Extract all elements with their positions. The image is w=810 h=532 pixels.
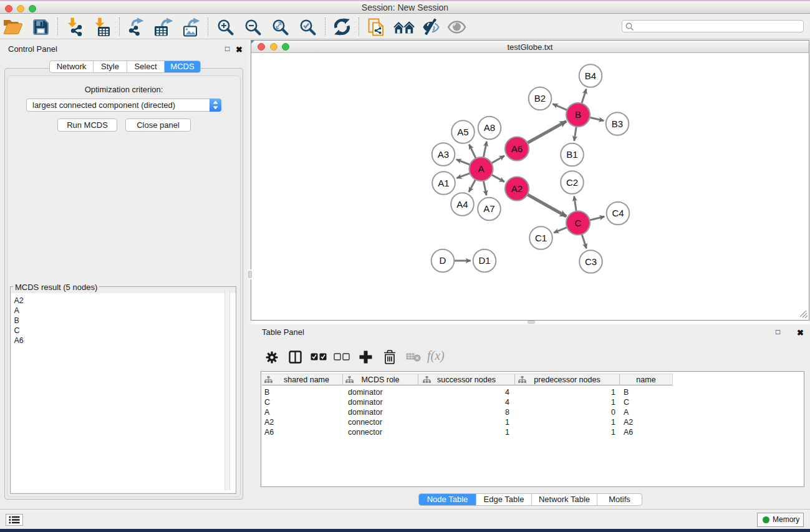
svg-text:A7: A7 <box>483 203 494 214</box>
svg-text:B3: B3 <box>612 118 623 129</box>
svg-text:D: D <box>440 255 446 266</box>
svg-text:C2: C2 <box>566 177 578 188</box>
svg-text:A2: A2 <box>511 183 523 194</box>
svg-text:B: B <box>575 109 581 120</box>
svg-text:A4: A4 <box>456 199 468 210</box>
svg-text:B4: B4 <box>585 70 596 81</box>
svg-text:B1: B1 <box>566 149 577 160</box>
svg-text:A8: A8 <box>484 122 495 133</box>
svg-text:B2: B2 <box>534 93 546 104</box>
svg-text:C: C <box>575 218 582 228</box>
svg-text:C3: C3 <box>585 256 597 267</box>
svg-text:A: A <box>478 163 484 174</box>
svg-text:A1: A1 <box>438 178 449 188</box>
svg-text:C4: C4 <box>612 208 624 218</box>
svg-text:A5: A5 <box>457 127 468 137</box>
svg-text:A3: A3 <box>438 149 449 160</box>
svg-text:A6: A6 <box>511 143 523 154</box>
svg-text:C1: C1 <box>535 233 547 243</box>
svg-text:D1: D1 <box>478 255 490 266</box>
